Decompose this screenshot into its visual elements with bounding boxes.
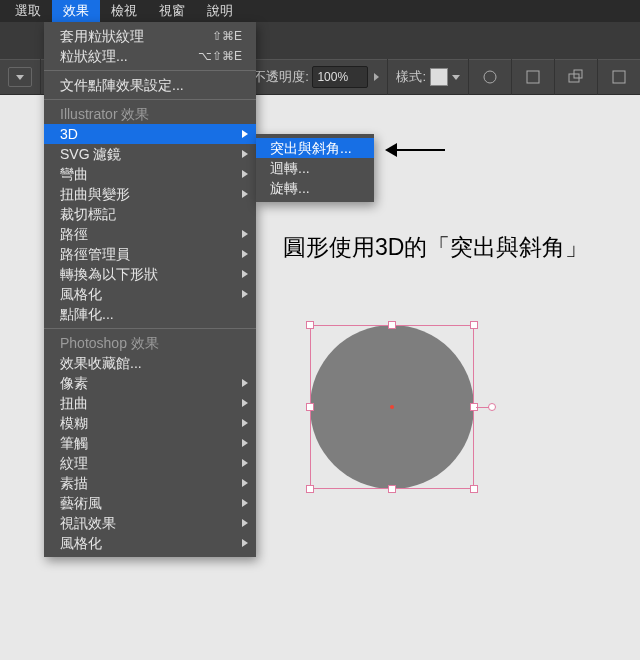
menu-item-ps-5[interactable]: 紋理	[44, 453, 256, 473]
submenu-item-0[interactable]: 突出與斜角...	[256, 138, 374, 158]
svg-rect-4	[613, 71, 625, 83]
handle-tl[interactable]	[306, 321, 314, 329]
opacity-input[interactable]: 100%	[312, 66, 368, 88]
handle-bl[interactable]	[306, 485, 314, 493]
submenu-arrow-icon	[242, 379, 248, 387]
menu-item-ps-1[interactable]: 像素	[44, 373, 256, 393]
menu-header-ai: Illustrator 效果	[44, 104, 256, 124]
menu-item-label: 3D	[60, 126, 78, 142]
menu-item-label: 扭曲	[60, 395, 88, 411]
submenu-arrow-icon	[242, 130, 248, 138]
submenu-arrow-icon	[242, 539, 248, 547]
menu-item-ai-6[interactable]: 路徑管理員	[44, 244, 256, 264]
menu-item-ai-4[interactable]: 裁切標記	[44, 204, 256, 224]
menu-item-label: 筆觸	[60, 435, 88, 451]
menu-item-label: 風格化	[60, 535, 102, 551]
submenu-arrow-icon	[242, 230, 248, 238]
center-point	[390, 405, 394, 409]
submenu-item-1[interactable]: 迴轉...	[256, 158, 374, 178]
menu-item-label: 裁切標記	[60, 206, 116, 222]
menu-item-ps-8[interactable]: 視訊效果	[44, 513, 256, 533]
menu-item-ps-3[interactable]: 模糊	[44, 413, 256, 433]
menu-item-ps-2[interactable]: 扭曲	[44, 393, 256, 413]
menu-select[interactable]: 選取	[4, 0, 52, 22]
menu-item-ai-3[interactable]: 扭曲與變形	[44, 184, 256, 204]
arrow-annotation	[385, 143, 445, 157]
stroke-profile-dropdown[interactable]	[8, 67, 32, 87]
menu-help[interactable]: 說明	[196, 0, 244, 22]
submenu-arrow-icon	[242, 519, 248, 527]
submenu-arrow-icon	[242, 150, 248, 158]
handle-br[interactable]	[470, 485, 478, 493]
menu-item-apply-last[interactable]: 套用粒狀紋理 ⇧⌘E	[44, 26, 256, 46]
menu-item-raster-settings[interactable]: 文件點陣效果設定...	[44, 75, 256, 95]
menu-item-label: 文件點陣效果設定...	[60, 77, 184, 93]
style-swatch[interactable]	[430, 68, 448, 86]
submenu-arrow-icon	[242, 190, 248, 198]
menu-separator	[44, 70, 256, 71]
menu-view[interactable]: 檢視	[100, 0, 148, 22]
handle-l[interactable]	[306, 403, 314, 411]
menu-item-last-effect[interactable]: 粒狀紋理... ⌥⇧⌘E	[44, 46, 256, 66]
menu-item-ai-1[interactable]: SVG 濾鏡	[44, 144, 256, 164]
submenu-item-2[interactable]: 旋轉...	[256, 178, 374, 198]
submenu-arrow-icon	[242, 499, 248, 507]
menu-separator	[44, 99, 256, 100]
submenu-arrow-icon	[242, 459, 248, 467]
menu-item-label: 素描	[60, 475, 88, 491]
menu-item-label: 視訊效果	[60, 515, 116, 531]
effect-menu: 套用粒狀紋理 ⇧⌘E 粒狀紋理... ⌥⇧⌘E 文件點陣效果設定... Illu…	[44, 22, 256, 557]
recolor-icon[interactable]	[469, 59, 512, 95]
menu-item-ps-0[interactable]: 效果收藏館...	[44, 353, 256, 373]
menu-item-ai-8[interactable]: 風格化	[44, 284, 256, 304]
chevron-down-icon	[16, 75, 24, 80]
submenu-arrow-icon	[242, 270, 248, 278]
submenu-arrow-icon	[242, 399, 248, 407]
menu-item-label: 藝術風	[60, 495, 102, 511]
menu-item-label: 路徑管理員	[60, 246, 130, 262]
menu-item-label: 套用粒狀紋理	[60, 28, 144, 44]
submenu-arrow-icon	[242, 290, 248, 298]
align-icon[interactable]	[512, 59, 555, 95]
menu-item-ai-9[interactable]: 點陣化...	[44, 304, 256, 324]
chevron-down-icon	[452, 75, 460, 80]
menu-item-label: SVG 濾鏡	[60, 146, 121, 162]
menu-item-label: 扭曲與變形	[60, 186, 130, 202]
menu-item-ai-7[interactable]: 轉換為以下形狀	[44, 264, 256, 284]
shortcut-label: ⇧⌘E	[212, 26, 242, 46]
handle-t[interactable]	[388, 321, 396, 329]
app-stage: 選取 效果 檢視 視窗 說明 不透明度: 100% 樣式:	[0, 0, 640, 660]
menubar: 選取 效果 檢視 視窗 說明	[0, 0, 640, 22]
menu-item-label: 效果收藏館...	[60, 355, 142, 371]
menu-window[interactable]: 視窗	[148, 0, 196, 22]
svg-point-0	[484, 71, 496, 83]
isolate-icon[interactable]	[598, 59, 640, 95]
submenu-arrow-icon	[242, 479, 248, 487]
submenu-arrow-icon	[242, 439, 248, 447]
transform-icon[interactable]	[555, 59, 598, 95]
menu-effect[interactable]: 效果	[52, 0, 100, 22]
menu-item-ps-9[interactable]: 風格化	[44, 533, 256, 553]
menu-item-label: 路徑	[60, 226, 88, 242]
menu-item-label: 轉換為以下形狀	[60, 266, 158, 282]
menu-header-ps: Photoshop 效果	[44, 333, 256, 353]
style-label: 樣式:	[396, 68, 426, 86]
menu-item-ps-6[interactable]: 素描	[44, 473, 256, 493]
menu-item-ps-4[interactable]: 筆觸	[44, 433, 256, 453]
handle-tr[interactable]	[470, 321, 478, 329]
handle-b[interactable]	[388, 485, 396, 493]
selection-box[interactable]	[310, 325, 474, 489]
menu-item-label: 紋理	[60, 455, 88, 471]
menu-item-label: 像素	[60, 375, 88, 391]
menu-item-ai-5[interactable]: 路徑	[44, 224, 256, 244]
svg-rect-1	[527, 71, 539, 83]
rotate-handle[interactable]	[488, 403, 496, 411]
menu-item-label: 粒狀紋理...	[60, 48, 128, 64]
menu-item-ai-2[interactable]: 彎曲	[44, 164, 256, 184]
submenu-arrow-icon	[242, 250, 248, 258]
menu-item-label: 點陣化...	[60, 306, 114, 322]
menu-item-ai-0[interactable]: 3D	[44, 124, 256, 144]
menu-item-label: 彎曲	[60, 166, 88, 182]
menu-item-label: 模糊	[60, 415, 88, 431]
menu-item-ps-7[interactable]: 藝術風	[44, 493, 256, 513]
